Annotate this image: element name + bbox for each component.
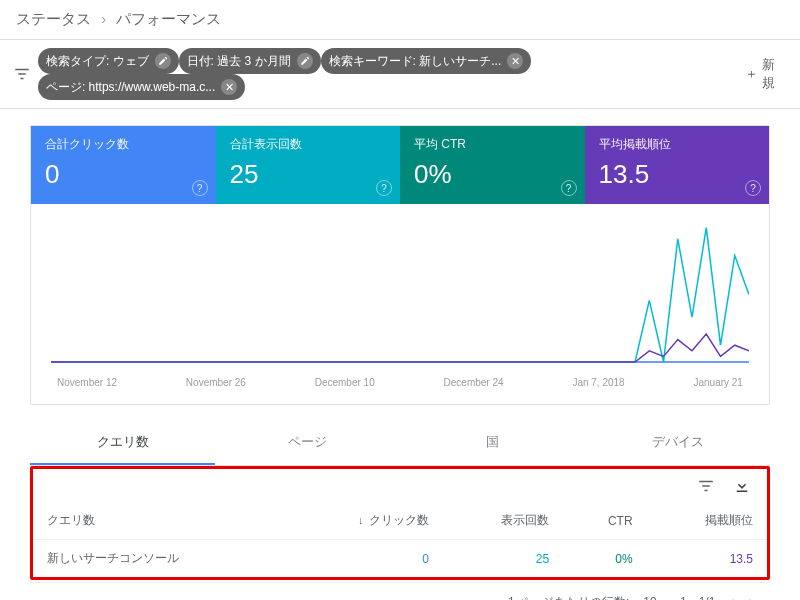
metric-value: 25 [230,159,387,190]
cell-query: 新しいサーチコンソール [33,540,286,578]
pager-next-button[interactable]: › [749,593,754,600]
column-header[interactable]: クエリ数 [33,502,286,540]
filter-bar: 検索タイプ: ウェブ日付: 過去 3 か月間検索キーワード: 新しいサーチ...… [0,40,800,109]
metric-value: 13.5 [599,159,756,190]
chevron-right-icon: › [101,10,106,27]
download-icon[interactable] [733,477,751,498]
help-icon[interactable]: ? [376,180,392,196]
x-tick-label: November 12 [57,377,117,388]
performance-card: 合計クリック数0?合計表示回数25?平均 CTR0%?平均掲載順位13.5? N… [30,125,770,405]
x-tick-label: December 24 [444,377,504,388]
x-tick-label: November 26 [186,377,246,388]
table-tabs: クエリ数ページ国デバイス [30,421,770,466]
rows-per-page-select[interactable]: 10 ▾ [643,595,666,600]
plus-icon: ＋ [745,65,758,83]
table-filter-icon[interactable] [697,477,715,498]
pencil-icon[interactable] [297,53,313,69]
filter-chip[interactable]: 検索キーワード: 新しいサーチ...✕ [321,48,532,74]
pager-range: 1～1/1 [680,594,715,601]
cell-position: 13.5 [647,540,767,578]
close-icon[interactable]: ✕ [507,53,523,69]
help-icon[interactable]: ? [192,180,208,196]
x-tick-label: January 21 [693,377,742,388]
rows-per-page-label: 1 ページあたりの行数: [508,594,629,601]
filter-chip-label: ページ: https://www.web-ma.c... [46,79,215,96]
sort-desc-icon: ↓ [358,514,364,526]
tab[interactable]: ページ [215,421,400,465]
x-tick-label: Jan 7, 2018 [572,377,624,388]
filter-chip[interactable]: 日付: 過去 3 か月間 [179,48,321,74]
column-header[interactable]: 表示回数 [443,502,563,540]
tab[interactable]: デバイス [585,421,770,465]
chart-x-labels: November 12November 26December 10Decembe… [51,377,749,396]
cell-impressions: 25 [443,540,563,578]
metric-title: 平均掲載順位 [599,136,756,153]
metric-tile[interactable]: 平均 CTR0%? [400,126,585,204]
metric-tile[interactable]: 合計表示回数25? [216,126,401,204]
add-filter-button[interactable]: ＋ 新規 [745,56,788,92]
metric-value: 0 [45,159,202,190]
chevron-down-icon: ▾ [660,595,666,600]
help-icon[interactable]: ? [561,180,577,196]
metric-tile[interactable]: 合計クリック数0? [31,126,216,204]
tab[interactable]: クエリ数 [30,421,215,465]
query-table-card: クエリ数↓ クリック数表示回数CTR掲載順位 新しいサーチコンソール0250%1… [30,466,770,580]
metric-title: 平均 CTR [414,136,571,153]
filter-chip[interactable]: 検索タイプ: ウェブ [38,48,179,74]
breadcrumb-current: パフォーマンス [116,10,221,27]
breadcrumb: ステータス › パフォーマンス [0,0,800,40]
column-header[interactable]: ↓ クリック数 [286,502,443,540]
table-pager: 1 ページあたりの行数: 10 ▾ 1～1/1 ‹ › [30,582,770,600]
add-filter-label: 新規 [762,56,788,92]
cell-ctr: 0% [563,540,646,578]
cell-clicks: 0 [286,540,443,578]
metric-value: 0% [414,159,571,190]
chart-area: November 12November 26December 10Decembe… [31,204,769,404]
breadcrumb-parent[interactable]: ステータス [16,10,91,27]
filter-chip-label: 日付: 過去 3 か月間 [187,53,291,70]
metric-title: 合計クリック数 [45,136,202,153]
table-row[interactable]: 新しいサーチコンソール0250%13.5 [33,540,767,578]
filter-chip-label: 検索キーワード: 新しいサーチ... [329,53,502,70]
filter-chip[interactable]: ページ: https://www.web-ma.c...✕ [38,74,245,100]
help-icon[interactable]: ? [745,180,761,196]
close-icon[interactable]: ✕ [221,79,237,95]
pencil-icon[interactable] [155,53,171,69]
x-tick-label: December 10 [315,377,375,388]
metric-tiles: 合計クリック数0?合計表示回数25?平均 CTR0%?平均掲載順位13.5? [31,126,769,204]
column-header[interactable]: 掲載順位 [647,502,767,540]
tab[interactable]: 国 [400,421,585,465]
filter-icon[interactable] [12,64,32,84]
line-chart [51,214,749,374]
metric-title: 合計表示回数 [230,136,387,153]
query-table: クエリ数↓ クリック数表示回数CTR掲載順位 新しいサーチコンソール0250%1… [33,502,767,577]
metric-tile[interactable]: 平均掲載順位13.5? [585,126,770,204]
pager-prev-button[interactable]: ‹ [729,593,734,600]
filter-chip-label: 検索タイプ: ウェブ [46,53,149,70]
column-header[interactable]: CTR [563,502,646,540]
